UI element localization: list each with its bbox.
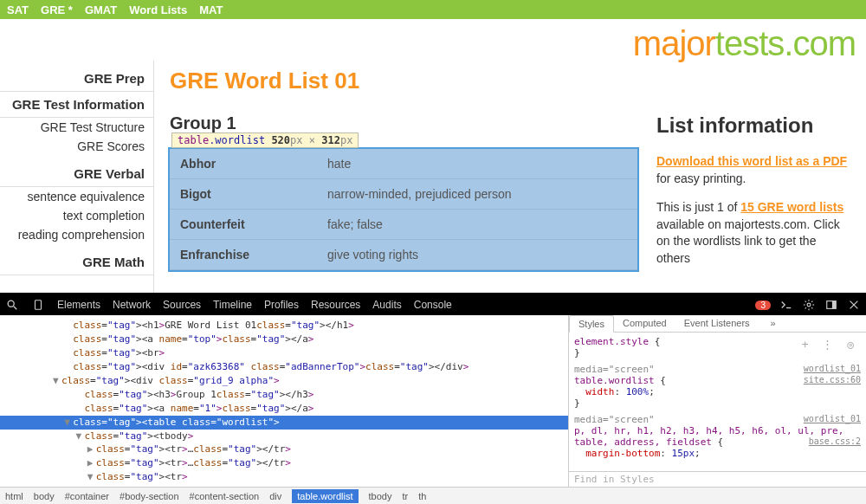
tab-profiles[interactable]: Profiles — [264, 299, 299, 311]
tab-elements[interactable]: Elements — [57, 299, 100, 311]
crumb-html[interactable]: html — [5, 491, 23, 501]
dom-node[interactable]: class="tag"><a name="1">class="tag"></a> — [0, 402, 568, 416]
nav-wordlists[interactable]: Word Lists — [129, 3, 187, 16]
svg-rect-2 — [36, 300, 42, 310]
logo-part2: tests.com — [715, 24, 856, 62]
logo-row: majortests.com — [0, 19, 866, 61]
style-tools[interactable]: + ⋮ ◎ — [802, 338, 857, 351]
def-cell: hate — [317, 149, 637, 179]
sidebar-item-2[interactable]: GRE Test Structure — [0, 118, 153, 137]
sidebar-item-7[interactable]: text completion — [0, 206, 153, 225]
css-rule[interactable]: media="screen"wordlist_01p, dl, hr, h1, … — [574, 414, 861, 459]
svg-line-12 — [811, 301, 812, 302]
dom-node[interactable]: ▼class="tag"><div class="grid_9 alpha"> — [0, 374, 568, 388]
word-cell: Counterfeit — [170, 210, 317, 240]
sidebar-item-3[interactable]: GRE Scores — [0, 137, 153, 156]
site-logo[interactable]: majortests.com — [633, 24, 856, 59]
crumb-content-section[interactable]: #content-section — [190, 491, 260, 501]
nav-mat[interactable]: MAT — [199, 3, 223, 16]
close-icon[interactable] — [847, 298, 861, 312]
tab-audits[interactable]: Audits — [372, 299, 401, 311]
find-in-styles[interactable]: Find in Styles — [569, 471, 866, 487]
tab-sources[interactable]: Sources — [163, 299, 201, 311]
crumb-container[interactable]: #container — [65, 491, 109, 501]
svg-line-11 — [805, 307, 806, 308]
dock-icon[interactable] — [824, 298, 838, 312]
search-icon[interactable] — [5, 298, 19, 312]
svg-point-4 — [807, 303, 811, 307]
dom-node[interactable]: ▼class="tag"><tbody> — [0, 430, 568, 443]
listinfo-para: This is just 1 of 15 GRE word lists avai… — [656, 199, 850, 267]
listinfo-heading: List information — [656, 113, 850, 138]
dom-node[interactable]: ▼class="tag"><table class="wordlist"> — [0, 416, 568, 430]
dom-node[interactable]: class="tag"><br> — [0, 346, 568, 360]
crumb-tablewordlist[interactable]: table.wordlist — [292, 489, 358, 503]
css-rule[interactable]: media="screen"wordlist_01table.wordlist … — [574, 364, 861, 409]
styles-tab-more-icon[interactable]: » — [762, 315, 785, 332]
elements-tree[interactable]: class="tag"><h1>GRE Word List 01class="t… — [0, 315, 568, 487]
tab-console[interactable]: Console — [414, 299, 452, 311]
svg-rect-14 — [832, 301, 836, 309]
tab-timeline[interactable]: Timeline — [213, 299, 252, 311]
def-cell: narrow-minded, prejudiced person — [317, 179, 637, 210]
dom-node[interactable]: ▶class="tag"><tr>…class="tag"></tr> — [0, 443, 568, 456]
breadcrumb: htmlbody#container#body-section#content-… — [0, 487, 866, 504]
dom-node[interactable]: class="tag"><h1>GRE Word List 01class="t… — [0, 319, 568, 333]
page-title: GRE Word List 01 — [170, 68, 850, 94]
device-icon[interactable] — [31, 298, 45, 312]
tab-resources[interactable]: Resources — [311, 299, 360, 311]
nav-gmat[interactable]: GMAT — [85, 3, 117, 16]
error-badge[interactable]: 3 — [755, 300, 771, 310]
tab-network[interactable]: Network — [113, 299, 151, 311]
styles-tab-computed[interactable]: Computed — [614, 315, 675, 332]
top-nav: SAT GRE * GMAT Word Lists MAT — [0, 0, 866, 19]
table-row: Counterfeitfake; false — [170, 210, 637, 240]
sidebar-head-0: GRE Prep — [0, 66, 153, 92]
crumb-body[interactable]: body — [34, 491, 55, 501]
svg-point-0 — [8, 300, 14, 307]
dom-node[interactable]: class="tag"><h3>Group 1class="tag"></h3> — [0, 388, 568, 402]
sidebar-head-5: GRE Verbal — [0, 161, 153, 187]
nav-gre[interactable]: GRE * — [41, 3, 73, 16]
def-cell: fake; false — [317, 210, 637, 240]
download-para: Download this word list as a PDF for eas… — [656, 153, 850, 187]
devtools-toolbar: Elements Network Sources Timeline Profil… — [0, 294, 866, 315]
dom-node[interactable]: class="tag"><div id="azk63368" class="ad… — [0, 360, 568, 374]
dom-node[interactable]: ▼class="tag"><tr> — [0, 470, 568, 484]
word-cell: Bigot — [170, 179, 317, 210]
crumb-tbody[interactable]: tbody — [369, 491, 392, 501]
word-cell: Enfranchise — [170, 240, 317, 270]
svg-line-9 — [805, 301, 806, 302]
crumb-div[interactable]: div — [269, 491, 281, 501]
styles-tab-listeners[interactable]: Event Listeners — [675, 315, 759, 332]
svg-line-1 — [14, 307, 17, 310]
inspector-tooltip: table.wordlist 520px × 312px — [171, 132, 359, 148]
styles-panel: Styles Computed Event Listeners » elemen… — [568, 315, 866, 487]
sidebar-head-10: GRE Math — [0, 249, 153, 275]
crumb-th[interactable]: th — [418, 491, 426, 501]
group-heading: Group 1 — [170, 113, 639, 133]
console-toggle-icon[interactable] — [779, 298, 793, 312]
styles-tab-styles[interactable]: Styles — [569, 315, 614, 333]
download-pdf-link[interactable]: Download this word list as a PDF — [656, 154, 847, 168]
css-rule[interactable]: element.style {+ ⋮ ◎} — [574, 336, 861, 359]
gear-icon[interactable] — [802, 298, 816, 312]
sidebar-item-8[interactable]: reading comprehension — [0, 225, 153, 244]
wordlist-table: AbhorhateBigotnarrow-minded, prejudiced … — [170, 149, 637, 270]
dom-node[interactable]: ▶class="tag"><tr>…class="tag"></tr> — [0, 456, 568, 470]
table-row: Abhorhate — [170, 149, 637, 179]
nav-sat[interactable]: SAT — [7, 3, 29, 16]
table-row: Bigotnarrow-minded, prejudiced person — [170, 179, 637, 210]
sidebar-head-1: GRE Test Information — [0, 92, 153, 118]
sidebar-item-6[interactable]: sentence equivalence — [0, 187, 153, 206]
logo-part1: major — [633, 24, 715, 62]
table-row: Enfranchisegive voting rights — [170, 240, 637, 270]
crumb-body-section[interactable]: #body-section — [120, 491, 179, 501]
devtools-panel: Elements Network Sources Timeline Profil… — [0, 293, 866, 504]
svg-line-10 — [811, 307, 812, 308]
all-wordlists-link[interactable]: 15 GRE word lists — [740, 200, 843, 214]
sidebar: GRE PrepGRE Test InformationGRE Test Str… — [0, 61, 154, 293]
crumb-tr[interactable]: tr — [402, 491, 408, 501]
dom-node[interactable]: class="tag"><a name="top">class="tag"></… — [0, 333, 568, 346]
def-cell: give voting rights — [317, 240, 637, 270]
